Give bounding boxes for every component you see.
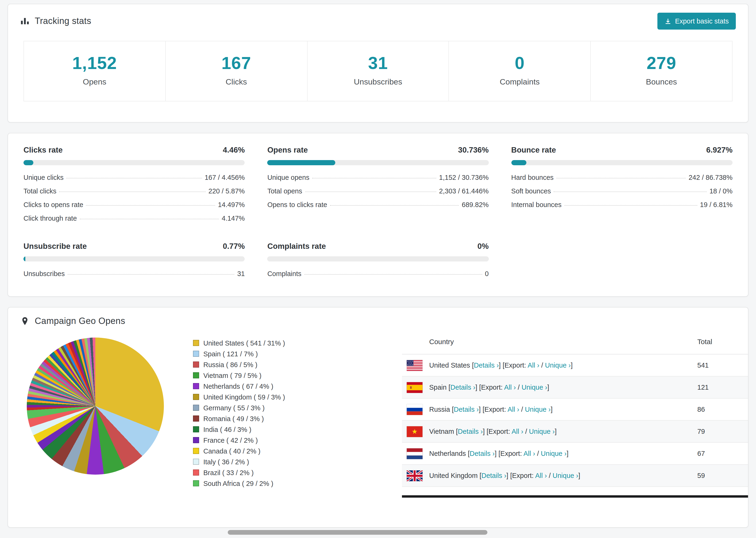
- legend-item[interactable]: Netherlands ( 67 / 4% ): [193, 381, 285, 392]
- export-unique-link[interactable]: Unique ›: [541, 450, 567, 457]
- legend-label: Canada ( 40 / 2% ): [203, 447, 260, 455]
- legend-item[interactable]: India ( 46 / 3% ): [193, 424, 285, 435]
- stat-value: 31: [307, 54, 449, 73]
- legend-item[interactable]: Romania ( 49 / 3% ): [193, 413, 285, 424]
- geo-table-row: Vietnam [Details ›] [Export: All › / Uni…: [402, 421, 748, 443]
- legend-item[interactable]: Germany ( 55 / 3% ): [193, 402, 285, 413]
- rate-detail-value: 18 / 0%: [710, 187, 732, 194]
- total-cell: 121: [697, 384, 748, 391]
- separator: /: [539, 361, 545, 369]
- rate-detail-row: Unique opens 1,152 / 30.736%: [267, 170, 489, 184]
- rate-percent-value: 30.736%: [458, 145, 489, 154]
- country-cell: Russia [Details ›] [Export: All › / Uniq…: [429, 405, 697, 413]
- export-unique-link[interactable]: Unique ›: [529, 428, 555, 435]
- stat-label: Bounces: [591, 78, 732, 87]
- legend-item[interactable]: Spain ( 121 / 7% ): [193, 348, 285, 359]
- legend-label: Netherlands ( 67 / 4% ): [203, 382, 273, 390]
- export-label: Export:: [512, 472, 535, 479]
- summary-stats-row: 1,152 Opens 167 Clicks 31 Unsubscribes 0…: [24, 41, 732, 101]
- legend-label: Italy ( 36 / 2% ): [203, 458, 249, 465]
- rate-detail-row: Click through rate 4.147%: [24, 211, 245, 225]
- details-link[interactable]: Details ›: [481, 472, 506, 479]
- legend-item[interactable]: United States ( 541 / 31% ): [193, 338, 285, 348]
- stat-card: 279 Bounces: [590, 41, 732, 101]
- rate-detail-row: Unique clicks 167 / 4.456%: [24, 170, 245, 184]
- geo-table-row: Netherlands [Details ›] [Export: All › /…: [402, 443, 748, 465]
- legend-swatch: [193, 351, 199, 357]
- geo-table-row: United Kingdom [Details ›] [Export: All …: [402, 465, 748, 487]
- geo-table-row: United States [Details ›] [Export: All ›…: [402, 354, 748, 377]
- legend-label: South Africa ( 29 / 2% ): [203, 480, 273, 487]
- horizontal-scrollbar-thumb[interactable]: [228, 530, 487, 535]
- country-name: United States: [429, 361, 472, 369]
- geo-table: Country Total United States [Details ›] …: [402, 330, 748, 498]
- export-unique-link[interactable]: Unique ›: [545, 361, 571, 369]
- rate-detail-label: Soft bounces: [511, 187, 551, 194]
- stat-card: 167 Clicks: [165, 41, 307, 101]
- total-cell: 59: [697, 472, 748, 479]
- export-all-link[interactable]: All ›: [535, 472, 547, 479]
- rate-section: Complaints rate 0% Complaints 0: [267, 242, 489, 280]
- rate-detail-label: Click through rate: [24, 214, 77, 222]
- rate-detail-value: 167 / 4.456%: [205, 174, 245, 181]
- country-cell: Spain [Details ›] [Export: All › / Uniqu…: [429, 384, 697, 391]
- rate-detail-value: 1,152 / 30.736%: [439, 174, 489, 181]
- geo-table-row: Spain [Details ›] [Export: All › / Uniqu…: [402, 377, 748, 399]
- geo-table-row: Russia [Details ›] [Export: All › / Uniq…: [402, 399, 748, 421]
- rate-section: Opens rate 30.736% Unique opens 1,152 / …: [267, 145, 489, 225]
- details-link[interactable]: Details ›: [470, 450, 495, 457]
- geo-pie-chart[interactable]: [27, 338, 164, 475]
- column-header-country: Country: [429, 338, 697, 346]
- bar-chart-icon: [20, 17, 29, 26]
- geo-legend: United States ( 541 / 31% ) Spain ( 121 …: [193, 338, 285, 489]
- rate-detail-label: Internal bounces: [511, 201, 561, 208]
- legend-item[interactable]: Canada ( 40 / 2% ): [193, 446, 285, 456]
- progress-bar-track: [511, 160, 732, 165]
- country-name: Netherlands: [429, 450, 468, 457]
- details-link[interactable]: Details ›: [474, 361, 499, 369]
- stat-value: 1,152: [24, 54, 165, 73]
- legend-label: United Kingdom ( 59 / 3% ): [203, 393, 285, 401]
- legend-item[interactable]: France ( 42 / 2% ): [193, 435, 285, 446]
- details-link[interactable]: Details ›: [458, 428, 483, 435]
- es-flag-icon: [406, 382, 423, 393]
- legend-swatch: [193, 340, 199, 346]
- export-all-link[interactable]: All ›: [512, 428, 523, 435]
- export-basic-stats-button[interactable]: Export basic stats: [657, 13, 736, 29]
- legend-item[interactable]: United Kingdom ( 59 / 3% ): [193, 392, 285, 402]
- separator: /: [519, 405, 525, 413]
- export-unique-link[interactable]: Unique ›: [525, 405, 551, 413]
- progress-bar-track: [267, 160, 489, 165]
- export-all-link[interactable]: All ›: [527, 361, 539, 369]
- export-all-link[interactable]: All ›: [508, 405, 519, 413]
- export-unique-link[interactable]: Unique ›: [521, 384, 547, 391]
- rate-detail-label: Unique clicks: [24, 174, 64, 181]
- panel-title-geo-opens: Campaign Geo Opens: [35, 316, 125, 326]
- rate-detail-value: 220 / 5.87%: [208, 187, 245, 194]
- progress-bar-fill: [24, 160, 33, 165]
- details-link[interactable]: Details ›: [454, 405, 479, 413]
- rate-detail-row: Opens to clicks rate 689.82%: [267, 198, 489, 211]
- export-all-link[interactable]: All ›: [523, 450, 535, 457]
- legend-label: Romania ( 49 / 3% ): [203, 415, 264, 422]
- progress-bar-track: [24, 160, 245, 165]
- legend-swatch: [193, 394, 199, 400]
- panel-title-tracking-stats: Tracking stats: [35, 16, 91, 26]
- rate-detail-value: 242 / 86.738%: [689, 174, 732, 181]
- legend-item[interactable]: Russia ( 86 / 5% ): [193, 359, 285, 370]
- rate-section: Unsubscribe rate 0.77% Unsubscribes 31: [24, 242, 245, 280]
- export-all-link[interactable]: All ›: [504, 384, 516, 391]
- legend-item[interactable]: Vietnam ( 79 / 5% ): [193, 370, 285, 381]
- separator: /: [547, 472, 553, 479]
- rate-detail-value: 19 / 6.81%: [700, 201, 732, 208]
- legend-item[interactable]: Brazil ( 33 / 2% ): [193, 467, 285, 478]
- geo-content: United States ( 541 / 31% ) Spain ( 121 …: [8, 328, 748, 498]
- dotted-leader: [565, 205, 697, 205]
- legend-label: Vietnam ( 79 / 5% ): [203, 372, 261, 379]
- export-unique-link[interactable]: Unique ›: [553, 472, 578, 479]
- details-link[interactable]: Details ›: [450, 384, 475, 391]
- rate-detail-value: 14.497%: [218, 201, 245, 208]
- legend-item[interactable]: Italy ( 36 / 2% ): [193, 456, 285, 467]
- dotted-leader: [330, 205, 459, 205]
- legend-item[interactable]: South Africa ( 29 / 2% ): [193, 478, 285, 489]
